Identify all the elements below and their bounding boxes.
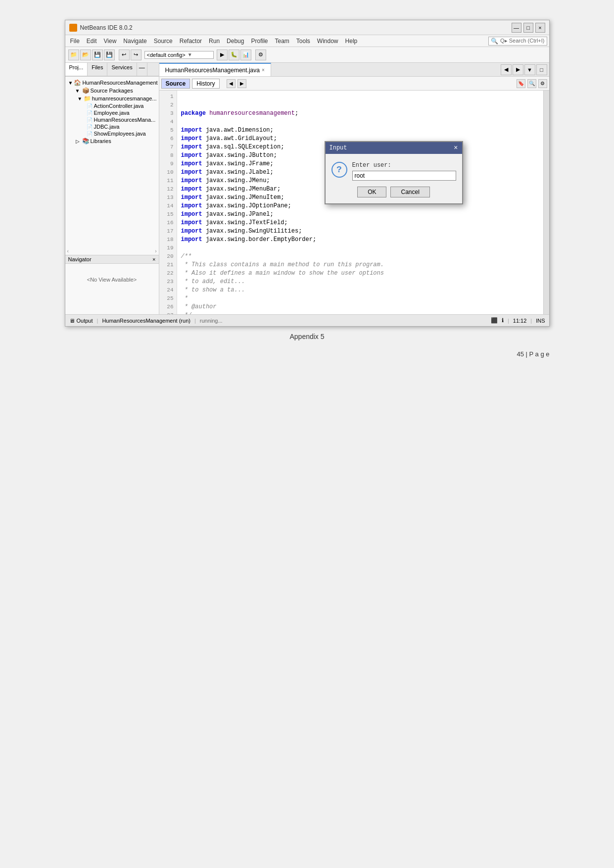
save-all-button[interactable]: 💾 [104, 49, 115, 60]
editor-tab-close[interactable]: × [262, 67, 265, 73]
page-number: 45 | P a g e [65, 350, 550, 358]
source-tab-source[interactable]: Source [161, 79, 190, 89]
package-expand-icon: ▼ [77, 96, 83, 101]
prev-tab-button[interactable]: ◀ [501, 64, 512, 75]
menu-bar: File Edit View Navigate Source Refactor … [65, 35, 549, 47]
toolbar-toggle[interactable]: ⚙ [538, 79, 547, 88]
minimize-button[interactable]: — [512, 23, 521, 33]
new-project-button[interactable]: 📁 [68, 49, 79, 60]
file-label-2: Employee.java [94, 110, 130, 116]
debug-button[interactable]: 🐛 [229, 49, 239, 60]
navigator-panel: Navigator × <No View Available> [65, 255, 159, 314]
tree-item-package[interactable]: ▼ 📁 humanresourcesmanage... [65, 95, 159, 102]
tab-actions: ◀ ▶ ▼ □ [501, 63, 549, 76]
source-toolbar: Source History ◀ ▶ 🔖 🔍 ⚙ [159, 77, 549, 91]
tree-item-jdbc[interactable]: 📄 JDBC.java [65, 123, 159, 130]
toolbar-forward-btn[interactable]: ▶ [237, 79, 246, 88]
dialog-cancel-button[interactable]: Cancel [390, 187, 429, 197]
config-selector[interactable]: <default config> ▼ [144, 51, 214, 59]
dialog-title-bar: Input × [326, 142, 462, 154]
toolbar-btn-1[interactable]: ⚙ [255, 49, 266, 60]
window-controls[interactable]: — □ × [512, 23, 545, 33]
libraries-icon: 📚 [82, 138, 90, 145]
run-status: running... [200, 318, 223, 324]
menu-debug[interactable]: Debug [224, 37, 247, 46]
dialog-question-icon: ? [331, 162, 347, 178]
file-label-3: HumanResourcesMana... [94, 117, 156, 123]
source-tab-history[interactable]: History [192, 79, 219, 89]
run-file-label: HumanResourcesManagement (run) [102, 318, 190, 324]
redo-button[interactable]: ↪ [131, 49, 142, 60]
menu-view[interactable]: View [101, 37, 120, 46]
close-button[interactable]: × [535, 23, 545, 33]
dialog-prompt: Enter user: [352, 162, 456, 169]
editor-tab[interactable]: HumanResourcesManagement.java × [159, 63, 271, 76]
tab-services[interactable]: Services [107, 63, 137, 76]
search-icon: 🔍 [491, 38, 498, 45]
menu-edit[interactable]: Edit [84, 37, 100, 46]
restore-window-button[interactable]: □ [536, 64, 547, 75]
navigator-close[interactable]: × [152, 256, 155, 262]
tab-bar: Proj... Files Services — HumanResourcesM… [65, 63, 549, 77]
dialog-ok-button[interactable]: OK [357, 187, 386, 197]
menu-run[interactable]: Run [206, 37, 223, 46]
left-panel: ▼ 🏠 HumanResourcesManagement ▼ 📦 Source … [65, 77, 159, 314]
profile-button[interactable]: 📊 [240, 49, 251, 60]
open-button[interactable]: 📂 [80, 49, 91, 60]
config-label: <default config> [147, 52, 186, 58]
tree-nav-prev[interactable]: ‹ [67, 248, 69, 254]
run-button[interactable]: ▶ [217, 49, 228, 60]
toolbar-right: ▶ 🐛 📊 ⚙ [217, 49, 266, 60]
dialog-close-button[interactable]: × [454, 144, 458, 152]
source-packages-label: Source Packages [91, 88, 133, 94]
editor-tab-label: HumanResourcesManagement.java [165, 67, 260, 74]
toolbar-back-btn[interactable]: ◀ [227, 79, 236, 88]
menu-navigate[interactable]: Navigate [120, 37, 149, 46]
toolbar-find[interactable]: 🔍 [527, 79, 536, 88]
save-button[interactable]: 💾 [92, 49, 103, 60]
panel-tab-group: Proj... Files Services — [65, 63, 159, 76]
tree-item-employee[interactable]: 📄 Employee.java [65, 109, 159, 116]
tree-item-libraries[interactable]: ▷ 📚 Libraries [65, 137, 159, 145]
tab-projects[interactable]: Proj... [65, 63, 88, 76]
search-bar[interactable]: 🔍 Q▸ Search (Ctrl+I) [488, 37, 547, 46]
status-bar: 🖥 Output | HumanResourcesManagement (run… [65, 314, 549, 326]
vertical-scrollbar[interactable] [543, 91, 549, 314]
tree-nav-next[interactable]: › [155, 248, 156, 254]
tab-files[interactable]: Files [88, 63, 107, 76]
package-label: humanresourcesmanage... [92, 96, 157, 101]
next-tab-button[interactable]: ▶ [513, 64, 523, 75]
code-editor[interactable]: 12345 678910 1112131415 1617181920 21222… [159, 91, 549, 314]
tree-item-project[interactable]: ▼ 🏠 HumanResourcesManagement [65, 79, 159, 87]
menu-source[interactable]: Source [151, 37, 176, 46]
menu-team[interactable]: Team [272, 37, 292, 46]
tree-item-actioncontroller[interactable]: 📄 ActionController.java [65, 102, 159, 109]
toolbar-bookmark[interactable]: 🔖 [517, 79, 525, 88]
tree-item-showemployees[interactable]: 📄 ShowEmployees.java [65, 130, 159, 137]
file-label-4: JDBC.java [94, 124, 120, 130]
menu-refactor[interactable]: Refactor [177, 37, 205, 46]
navigator-title: Navigator [68, 256, 92, 262]
menu-profile[interactable]: Profile [248, 37, 271, 46]
tab-menu-button[interactable]: ▼ [524, 64, 535, 75]
package-icon: 📁 [84, 95, 91, 102]
file-icon-1: 📄 [86, 103, 93, 109]
project-label: HumanResourcesManagement [82, 80, 157, 86]
status-icon-1: ⬛ [491, 317, 498, 324]
input-dialog[interactable]: Input × ? Enter user: [325, 141, 463, 204]
maximize-button[interactable]: □ [523, 23, 533, 33]
tab-panel-close[interactable]: — [137, 63, 147, 76]
dialog-title-label: Input [330, 145, 347, 151]
tree-item-source-packages[interactable]: ▼ 📦 Source Packages [65, 87, 159, 95]
menu-file[interactable]: File [67, 37, 83, 46]
output-tab[interactable]: Output [77, 318, 93, 324]
dialog-user-input[interactable] [352, 171, 456, 181]
navigator-header: Navigator × [65, 255, 159, 264]
undo-button[interactable]: ↩ [119, 49, 130, 60]
menu-help[interactable]: Help [342, 37, 361, 46]
tree-item-humanresources[interactable]: 📄 HumanResourcesMana... [65, 116, 159, 123]
navigator-content: <No View Available> [65, 274, 159, 286]
menu-tools[interactable]: Tools [293, 37, 313, 46]
status-mode: INS [536, 318, 545, 324]
menu-window[interactable]: Window [314, 37, 341, 46]
